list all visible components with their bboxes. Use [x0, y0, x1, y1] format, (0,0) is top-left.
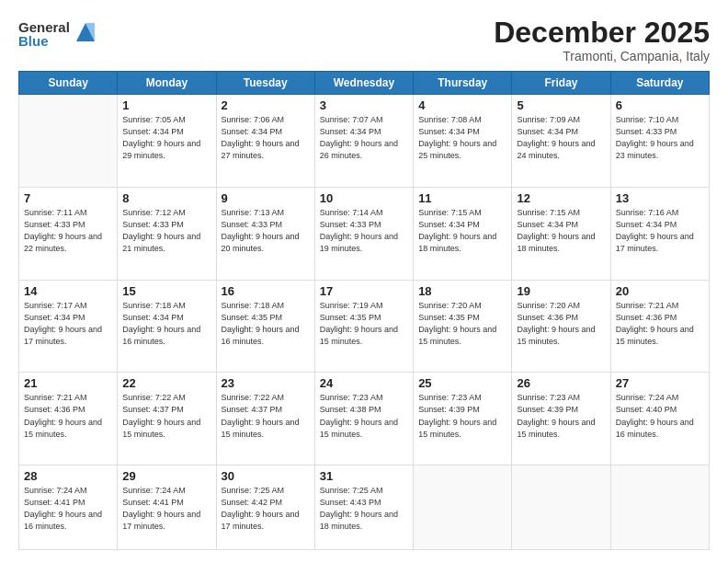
day-number: 20 — [616, 284, 704, 298]
day-info: Sunrise: 7:23 AM Sunset: 4:39 PM Dayligh… — [418, 392, 506, 440]
day-number: 12 — [517, 191, 605, 205]
day-number: 22 — [122, 376, 210, 390]
day-number: 18 — [418, 284, 506, 298]
day-number: 27 — [616, 376, 704, 390]
day-info: Sunrise: 7:24 AM Sunset: 4:41 PM Dayligh… — [24, 485, 112, 533]
day-info: Sunrise: 7:13 AM Sunset: 4:33 PM Dayligh… — [222, 207, 310, 255]
title-block: December 2025 Tramonti, Campania, Italy — [494, 17, 710, 63]
calendar-header-row: Sunday Monday Tuesday Wednesday Thursday… — [19, 72, 710, 95]
day-number: 2 — [222, 98, 310, 112]
table-row: 31Sunrise: 7:25 AM Sunset: 4:43 PM Dayli… — [314, 465, 413, 550]
logo-general: General — [18, 20, 70, 34]
day-info: Sunrise: 7:09 AM Sunset: 4:34 PM Dayligh… — [517, 114, 605, 162]
day-info: Sunrise: 7:21 AM Sunset: 4:36 PM Dayligh… — [24, 392, 112, 440]
day-number: 28 — [24, 469, 112, 483]
day-number: 31 — [320, 469, 408, 483]
table-row: 19Sunrise: 7:20 AM Sunset: 4:36 PM Dayli… — [512, 280, 610, 373]
col-saturday: Saturday — [610, 72, 709, 95]
day-number: 30 — [222, 469, 310, 483]
table-row: 6Sunrise: 7:10 AM Sunset: 4:33 PM Daylig… — [610, 95, 709, 188]
day-info: Sunrise: 7:25 AM Sunset: 4:42 PM Dayligh… — [222, 485, 310, 533]
col-tuesday: Tuesday — [216, 72, 314, 95]
day-info: Sunrise: 7:19 AM Sunset: 4:35 PM Dayligh… — [320, 300, 408, 348]
logo-blue: Blue — [18, 34, 70, 48]
table-row: 11Sunrise: 7:15 AM Sunset: 4:34 PM Dayli… — [414, 187, 512, 280]
table-row: 21Sunrise: 7:21 AM Sunset: 4:36 PM Dayli… — [19, 373, 118, 465]
day-number: 26 — [517, 376, 605, 390]
day-info: Sunrise: 7:15 AM Sunset: 4:34 PM Dayligh… — [517, 207, 605, 255]
day-number: 19 — [517, 284, 605, 298]
day-info: Sunrise: 7:15 AM Sunset: 4:34 PM Dayligh… — [418, 207, 506, 255]
table-row: 12Sunrise: 7:15 AM Sunset: 4:34 PM Dayli… — [512, 187, 610, 280]
day-info: Sunrise: 7:21 AM Sunset: 4:36 PM Dayligh… — [616, 300, 704, 348]
table-row: 7Sunrise: 7:11 AM Sunset: 4:33 PM Daylig… — [19, 187, 118, 280]
logo-icon — [73, 19, 98, 45]
table-row: 8Sunrise: 7:12 AM Sunset: 4:33 PM Daylig… — [118, 187, 216, 280]
table-row: 29Sunrise: 7:24 AM Sunset: 4:41 PM Dayli… — [118, 465, 216, 550]
table-row: 30Sunrise: 7:25 AM Sunset: 4:42 PM Dayli… — [216, 465, 314, 550]
day-number: 4 — [418, 98, 506, 112]
table-row: 15Sunrise: 7:18 AM Sunset: 4:34 PM Dayli… — [118, 280, 216, 373]
day-info: Sunrise: 7:06 AM Sunset: 4:34 PM Dayligh… — [222, 114, 310, 162]
day-info: Sunrise: 7:23 AM Sunset: 4:38 PM Dayligh… — [320, 392, 408, 440]
day-number: 3 — [320, 98, 408, 112]
day-info: Sunrise: 7:22 AM Sunset: 4:37 PM Dayligh… — [222, 392, 310, 440]
day-info: Sunrise: 7:22 AM Sunset: 4:37 PM Dayligh… — [122, 392, 210, 440]
table-row: 10Sunrise: 7:14 AM Sunset: 4:33 PM Dayli… — [314, 187, 413, 280]
col-friday: Friday — [512, 72, 610, 95]
page: General Blue December 2025 Tramonti, Cam… — [0, 0, 728, 563]
day-number: 5 — [517, 98, 605, 112]
day-info: Sunrise: 7:07 AM Sunset: 4:34 PM Dayligh… — [320, 114, 408, 162]
table-row: 24Sunrise: 7:23 AM Sunset: 4:38 PM Dayli… — [314, 373, 413, 465]
table-row: 1Sunrise: 7:05 AM Sunset: 4:34 PM Daylig… — [118, 95, 216, 188]
table-row: 4Sunrise: 7:08 AM Sunset: 4:34 PM Daylig… — [414, 95, 512, 188]
table-row: 16Sunrise: 7:18 AM Sunset: 4:35 PM Dayli… — [216, 280, 314, 373]
day-number: 24 — [320, 376, 408, 390]
month-title: December 2025 — [494, 17, 710, 49]
day-info: Sunrise: 7:05 AM Sunset: 4:34 PM Dayligh… — [122, 114, 210, 162]
table-row: 23Sunrise: 7:22 AM Sunset: 4:37 PM Dayli… — [216, 373, 314, 465]
day-info: Sunrise: 7:18 AM Sunset: 4:35 PM Dayligh… — [222, 300, 310, 348]
day-info: Sunrise: 7:16 AM Sunset: 4:34 PM Dayligh… — [616, 207, 704, 255]
day-number: 7 — [24, 191, 112, 205]
day-number: 29 — [122, 469, 210, 483]
table-row — [512, 465, 610, 550]
table-row: 9Sunrise: 7:13 AM Sunset: 4:33 PM Daylig… — [216, 187, 314, 280]
day-number: 1 — [122, 98, 210, 112]
header: General Blue December 2025 Tramonti, Cam… — [18, 17, 710, 63]
day-info: Sunrise: 7:17 AM Sunset: 4:34 PM Dayligh… — [24, 300, 112, 348]
subtitle: Tramonti, Campania, Italy — [494, 49, 710, 63]
day-number: 23 — [222, 376, 310, 390]
day-number: 9 — [222, 191, 310, 205]
table-row: 25Sunrise: 7:23 AM Sunset: 4:39 PM Dayli… — [414, 373, 512, 465]
calendar-table: Sunday Monday Tuesday Wednesday Thursday… — [18, 71, 710, 550]
table-row: 28Sunrise: 7:24 AM Sunset: 4:41 PM Dayli… — [19, 465, 118, 550]
day-info: Sunrise: 7:24 AM Sunset: 4:41 PM Dayligh… — [122, 485, 210, 533]
col-thursday: Thursday — [414, 72, 512, 95]
table-row: 3Sunrise: 7:07 AM Sunset: 4:34 PM Daylig… — [314, 95, 413, 188]
day-number: 25 — [418, 376, 506, 390]
table-row: 5Sunrise: 7:09 AM Sunset: 4:34 PM Daylig… — [512, 95, 610, 188]
table-row: 27Sunrise: 7:24 AM Sunset: 4:40 PM Dayli… — [610, 373, 709, 465]
day-number: 21 — [24, 376, 112, 390]
day-info: Sunrise: 7:23 AM Sunset: 4:39 PM Dayligh… — [517, 392, 605, 440]
table-row — [19, 95, 118, 188]
day-number: 14 — [24, 284, 112, 298]
day-info: Sunrise: 7:18 AM Sunset: 4:34 PM Dayligh… — [122, 300, 210, 348]
day-number: 11 — [418, 191, 506, 205]
day-number: 10 — [320, 191, 408, 205]
table-row — [414, 465, 512, 550]
day-info: Sunrise: 7:20 AM Sunset: 4:36 PM Dayligh… — [517, 300, 605, 348]
table-row: 13Sunrise: 7:16 AM Sunset: 4:34 PM Dayli… — [610, 187, 709, 280]
table-row — [610, 465, 709, 550]
day-info: Sunrise: 7:08 AM Sunset: 4:34 PM Dayligh… — [418, 114, 506, 162]
logo: General Blue — [18, 20, 98, 48]
day-number: 6 — [616, 98, 704, 112]
day-info: Sunrise: 7:25 AM Sunset: 4:43 PM Dayligh… — [320, 485, 408, 533]
table-row: 2Sunrise: 7:06 AM Sunset: 4:34 PM Daylig… — [216, 95, 314, 188]
col-monday: Monday — [118, 72, 216, 95]
table-row: 20Sunrise: 7:21 AM Sunset: 4:36 PM Dayli… — [610, 280, 709, 373]
day-info: Sunrise: 7:10 AM Sunset: 4:33 PM Dayligh… — [616, 114, 704, 162]
col-wednesday: Wednesday — [314, 72, 413, 95]
day-info: Sunrise: 7:24 AM Sunset: 4:40 PM Dayligh… — [616, 392, 704, 440]
